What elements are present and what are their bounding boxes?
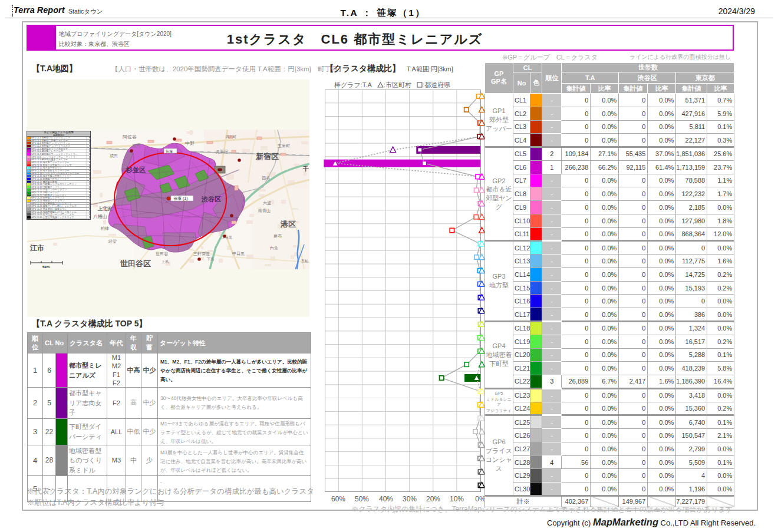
svg-text:玉柏: 玉柏 (301, 259, 308, 263)
svg-text:五米町: 五米町 (278, 144, 290, 148)
svg-text:渋谷区: 渋谷区 (201, 196, 221, 203)
svg-text:中野: 中野 (185, 141, 194, 146)
svg-text:下馬: 下馬 (207, 257, 214, 261)
svg-text:杉並区: 杉並区 (126, 166, 146, 173)
svg-text:四人町: 四人町 (226, 134, 236, 139)
svg-text:白金: 白金 (270, 246, 278, 250)
svg-text:阿佐谷: 阿佐谷 (123, 134, 137, 140)
svg-text:笹塚 (1): 笹塚 (1) (173, 196, 188, 201)
svg-text:成田: 成田 (110, 154, 118, 158)
svg-text:三軒茶屋: 三軒茶屋 (193, 252, 210, 256)
svg-text:高円: 高円 (132, 144, 140, 148)
svg-text:上夙: 上夙 (161, 260, 169, 263)
svg-text:上目黒: 上目黒 (221, 236, 232, 240)
svg-text:粕棟: 粕棟 (100, 226, 109, 231)
svg-text:八幡山: 八幡山 (93, 214, 107, 219)
svg-text:中目黒: 中目黒 (232, 252, 245, 256)
svg-text:新宿区: 新宿区 (255, 152, 279, 161)
svg-text:笹塚: 笹塚 (166, 150, 173, 153)
svg-text:世田谷: 世田谷 (156, 252, 168, 256)
svg-text:南青山: 南青山 (258, 209, 271, 213)
svg-text:江市: 江市 (29, 244, 44, 252)
svg-text:世田谷区: 世田谷区 (120, 259, 151, 268)
svg-text:港区: 港区 (280, 220, 296, 229)
svg-text:上北沢: 上北沢 (97, 206, 113, 212)
svg-text:千: 千 (302, 166, 309, 172)
svg-text:経堂: 経堂 (108, 239, 117, 243)
svg-text:麻布: 麻布 (273, 234, 282, 238)
svg-text:元新宿: 元新宿 (216, 149, 228, 154)
svg-text:5km: 5km (42, 265, 50, 269)
svg-text:六波: 六波 (263, 201, 271, 206)
svg-text:四谷: 四谷 (262, 176, 270, 181)
